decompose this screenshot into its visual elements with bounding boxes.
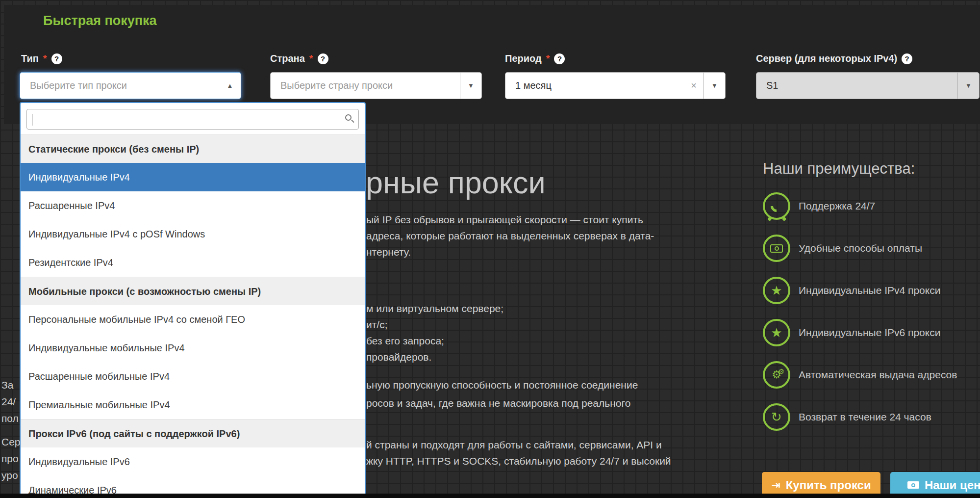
left-edge-fragment-b: Серпроуро	[1, 436, 21, 486]
period-select-value: 1 месяц	[505, 80, 684, 91]
chevron-down-icon: ▼	[704, 73, 725, 99]
type-select[interactable]: Выберите тип прокси ▲	[20, 72, 241, 99]
intro-paragraph-fragment: ый IP без обрывов и прыгающей скорости —…	[366, 214, 654, 262]
country-label-text: Страна	[270, 53, 305, 64]
question-icon[interactable]: ?	[318, 53, 328, 64]
advantage-label: Удобные способы оплаты	[799, 242, 922, 254]
dropdown-group-header: Статические прокси (без смены IP)	[21, 134, 365, 163]
star-icon: ★	[763, 277, 790, 304]
country-select-placeholder: Выберите страну прокси	[271, 80, 460, 91]
advantage-item: Удобные способы оплаты	[763, 235, 957, 262]
gears-icon: ⚙⚙	[763, 361, 790, 389]
required-asterisk: *	[43, 53, 47, 64]
bandwidth-paragraph-fragment: ьную пропускную способность и постоянное…	[366, 379, 638, 416]
phone-icon	[763, 192, 790, 220]
page-heading-fragment: рные прокси	[366, 165, 546, 200]
advantage-item: ↻Возврат в течение 24 часов	[763, 403, 957, 431]
banknote-icon	[763, 235, 790, 262]
chevron-down-icon: ▼	[957, 73, 979, 99]
period-field-label: Период * ?	[505, 53, 565, 64]
dropdown-group-header: Прокси IPv6 (под сайты с поддержкой IPv6…	[21, 419, 365, 447]
dropdown-option[interactable]: Индивидуальные IPv4	[21, 163, 365, 191]
dropdown-option[interactable]: Премиальные мобильные IPv4	[21, 391, 365, 419]
type-field-label: Тип * ?	[21, 53, 62, 64]
advantage-label: Индивидуальные IPv6 прокси	[799, 327, 940, 339]
question-icon[interactable]: ?	[51, 53, 62, 64]
question-icon[interactable]: ?	[554, 53, 565, 64]
chevron-down-icon: ▼	[460, 73, 481, 99]
advantage-label: Поддержка 24/7	[799, 200, 875, 212]
country-field-label: Страна * ?	[270, 53, 328, 64]
advantages-heading: Наши преимущества:	[763, 160, 915, 178]
left-edge-fragment-a: За24/пол	[1, 379, 19, 429]
feature-list-fragment: м или виртуальном сервере;ит/с;без его з…	[366, 303, 503, 367]
chevron-up-icon: ▲	[219, 82, 241, 89]
sign-in-icon: ⇥	[771, 479, 780, 492]
quick-buy-title: Быстрая покупка	[43, 13, 157, 28]
server-label-text: Сервер (для некоторых IPv4)	[756, 53, 897, 64]
period-select[interactable]: 1 месяц × ▼	[505, 72, 726, 99]
dropdown-option[interactable]: Персональные мобильные IPv4 со сменой ГЕ…	[21, 305, 365, 334]
dropdown-option[interactable]: Индивидуальные мобильные IPv4	[21, 334, 365, 362]
type-label-text: Тип	[21, 53, 39, 64]
advantage-item: ★Индивидуальные IPv4 прокси	[763, 277, 957, 304]
dropdown-options-list: Статические прокси (без смены IP)Индивид…	[21, 134, 365, 497]
server-select[interactable]: S1 ▼	[756, 72, 980, 99]
text-caret	[32, 114, 32, 126]
refresh-icon: ↻	[763, 403, 790, 431]
search-icon	[345, 114, 352, 121]
advantage-label: Индивидуальные IPv4 прокси	[799, 285, 940, 296]
advantage-item: ⚙⚙Автоматическая выдача адресов	[763, 361, 957, 389]
advantage-item: ★Индивидуальные IPv6 прокси	[763, 319, 957, 346]
clear-icon[interactable]: ×	[684, 80, 704, 91]
server-field-label: Сервер (для некоторых IPv4) ?	[756, 53, 912, 64]
dropdown-option[interactable]: Расшаренные IPv4	[21, 191, 365, 220]
banknote-icon	[907, 481, 919, 489]
prices-button-label: Наши цены	[925, 478, 980, 492]
dropdown-option[interactable]: Индивидуальные IPv4 с pOSf Windows	[21, 220, 365, 248]
required-asterisk: *	[309, 53, 313, 64]
question-icon[interactable]: ?	[902, 53, 912, 64]
advantage-item: Поддержка 24/7	[763, 192, 957, 220]
dropdown-option[interactable]: Расшаренные мобильные IPv4	[21, 362, 365, 391]
dropdown-search-input[interactable]	[27, 109, 358, 129]
advantage-label: Автоматическая выдача адресов	[799, 369, 957, 381]
dropdown-group-header: Мобильные прокси (с возможностью смены I…	[21, 277, 365, 305]
star-icon: ★	[763, 319, 790, 346]
dropdown-search-box	[26, 109, 359, 130]
period-label-text: Период	[505, 53, 542, 64]
buy-button-label: Купить прокси	[786, 478, 871, 492]
dropdown-option[interactable]: Резидентские IPv4	[21, 248, 365, 277]
advantages-list: Поддержка 24/7Удобные способы оплаты★Инд…	[763, 192, 957, 431]
viewport-bottom-edge	[0, 494, 980, 498]
type-dropdown-panel: Статические прокси (без смены IP)Индивид…	[20, 102, 366, 497]
server-select-value: S1	[756, 80, 957, 91]
type-select-placeholder: Выберите тип прокси	[20, 80, 219, 91]
country-select[interactable]: Выберите страну прокси ▼	[270, 72, 482, 99]
advantage-label: Возврат в течение 24 часов	[799, 411, 931, 423]
country-paragraph-fragment: й страны и подходят для работы с сайтами…	[366, 439, 671, 472]
dropdown-option[interactable]: Индивидуальные IPv6	[21, 447, 365, 476]
required-asterisk: *	[546, 53, 550, 64]
